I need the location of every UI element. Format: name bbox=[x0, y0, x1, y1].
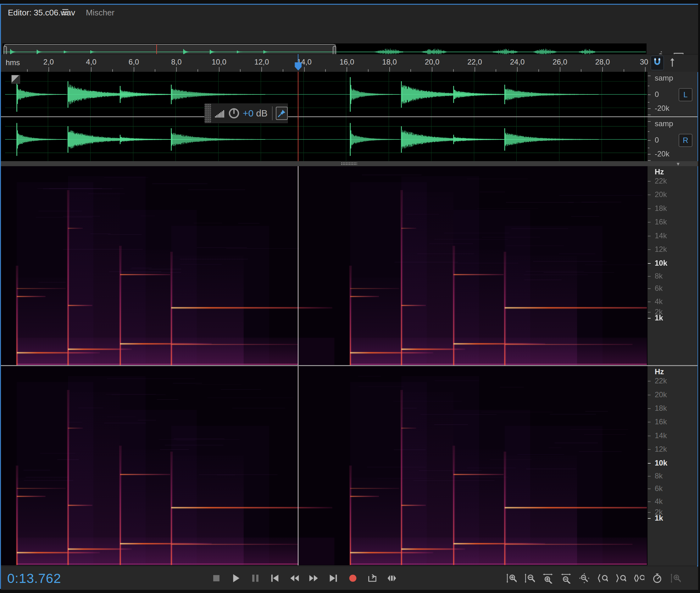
amplitude-tick bbox=[648, 115, 651, 115]
frequency-scale-right: Hz22k20k18k16k14k12k10k8k6k4k2k1k bbox=[648, 366, 698, 565]
ruler-minor-tick bbox=[368, 69, 368, 72]
zoom-in-vertical-button[interactable] bbox=[504, 571, 519, 586]
ruler-minor-tick bbox=[410, 69, 411, 72]
frequency-unit-label: Hz bbox=[655, 167, 664, 176]
skip-selection-button[interactable] bbox=[385, 571, 399, 586]
frequency-label: 18k bbox=[655, 404, 667, 412]
playhead-spectrogram-line-right bbox=[298, 366, 298, 565]
playhead-spectrogram-line-left bbox=[298, 166, 298, 365]
channel-badge-R[interactable]: R bbox=[679, 134, 693, 147]
frequency-tick bbox=[648, 488, 651, 489]
frequency-label: 8k bbox=[655, 472, 663, 480]
hud-separator bbox=[272, 106, 273, 120]
ruler-time-label: 20,0 bbox=[425, 57, 440, 67]
transport-controls bbox=[209, 571, 399, 586]
zoom-vertical-disabled-button bbox=[668, 571, 683, 586]
frequency-tick bbox=[648, 288, 651, 289]
ruler-major-tick bbox=[261, 67, 262, 72]
frequency-tick bbox=[648, 518, 651, 519]
samp-label: samp bbox=[655, 119, 673, 128]
marker-icon[interactable] bbox=[667, 57, 678, 68]
ruler-time-label: 8,0 bbox=[171, 57, 181, 67]
playhead-ruler-line bbox=[298, 54, 298, 62]
stop-button[interactable] bbox=[209, 571, 224, 586]
frequency-label: 16k bbox=[655, 418, 667, 426]
frequency-label: 12k bbox=[655, 245, 667, 254]
amplitude-tick bbox=[648, 160, 651, 161]
timeline-ruler[interactable]: hms 2,04,06,08,010,012,014,016,018,020,0… bbox=[1, 54, 698, 72]
frequency-label: 16k bbox=[655, 218, 667, 226]
ruler-minor-tick bbox=[283, 69, 283, 72]
ruler-minor-tick bbox=[27, 69, 28, 72]
ruler-minor-tick bbox=[581, 69, 581, 72]
time-display[interactable]: 0:13.762 bbox=[7, 571, 61, 586]
zoom-selection-button[interactable] bbox=[632, 571, 646, 586]
channel-divider[interactable] bbox=[1, 116, 698, 117]
ruler-time-label: 24,0 bbox=[510, 57, 525, 67]
selection-corner-widget[interactable] bbox=[11, 75, 20, 84]
ruler-major-tick bbox=[219, 67, 219, 72]
zoom-in-point-button[interactable] bbox=[595, 571, 610, 586]
panel-menu-icon[interactable]: ☰ bbox=[61, 7, 69, 17]
hud-drag-handle-icon[interactable] bbox=[205, 104, 211, 123]
spectrogram-left-channel[interactable] bbox=[5, 166, 647, 365]
wave-spectral-splitter[interactable]: ▼ bbox=[1, 161, 698, 166]
snap-magnet-button[interactable] bbox=[651, 56, 664, 70]
ruler-time-label: 16,0 bbox=[340, 57, 354, 67]
frequency-label: 14k bbox=[655, 231, 667, 240]
ruler-minor-tick bbox=[70, 69, 70, 72]
frequency-label: 14k bbox=[655, 431, 667, 440]
frequency-tick bbox=[648, 263, 651, 264]
loop-playback-button[interactable] bbox=[365, 571, 380, 586]
frequency-label: 4k bbox=[655, 297, 663, 306]
neg-scale-label: -20k bbox=[655, 150, 669, 158]
frequency-label: 4k bbox=[655, 497, 663, 506]
amplitude-tick bbox=[648, 86, 649, 86]
pause-button[interactable] bbox=[248, 571, 263, 586]
spectrogram-right-channel[interactable] bbox=[5, 366, 647, 565]
splitter-grip-icon[interactable] bbox=[341, 162, 357, 165]
frequency-label: 8k bbox=[655, 272, 663, 280]
playhead-waveform-line bbox=[298, 72, 298, 161]
samp-label: samp bbox=[655, 74, 673, 82]
ruler-minor-tick bbox=[112, 69, 113, 72]
collapse-arrow-icon[interactable]: ▼ bbox=[676, 161, 681, 166]
frequency-label: 20k bbox=[655, 190, 667, 199]
zero-label: 0 bbox=[655, 90, 659, 99]
frequency-tick bbox=[648, 436, 651, 436]
frequency-label: 20k bbox=[655, 390, 667, 399]
tab-mixer[interactable]: Mischer bbox=[86, 8, 115, 17]
gain-knob-icon[interactable] bbox=[228, 107, 240, 120]
record-button[interactable] bbox=[346, 571, 360, 586]
zoom-out-point-button[interactable] bbox=[614, 571, 628, 586]
ruler-time-label: 18,0 bbox=[382, 57, 397, 67]
pin-button[interactable] bbox=[276, 107, 288, 120]
channel-badge-L[interactable]: L bbox=[679, 88, 693, 101]
frequency-label: 1k bbox=[655, 514, 663, 522]
ruler-major-tick bbox=[304, 67, 305, 72]
play-button[interactable] bbox=[229, 571, 243, 586]
timer-button[interactable] bbox=[650, 571, 664, 586]
frequency-tick bbox=[648, 208, 651, 209]
amplitude-tick bbox=[648, 108, 651, 109]
ruler-time-label: 2,0 bbox=[43, 57, 54, 67]
amplitude-tick bbox=[648, 121, 651, 122]
ruler-major-tick bbox=[176, 67, 177, 72]
frequency-tick bbox=[648, 236, 651, 236]
ruler-unit-label: hms bbox=[6, 58, 20, 67]
skip-forward-button[interactable] bbox=[326, 571, 341, 586]
pin-icon bbox=[277, 109, 287, 118]
gain-value[interactable]: +0 bbox=[243, 108, 254, 119]
frequency-tick bbox=[648, 463, 651, 464]
volume-hud[interactable]: +0 dB bbox=[205, 103, 288, 123]
frequency-label: 12k bbox=[655, 445, 667, 453]
zoom-in-horizontal-button[interactable] bbox=[540, 571, 555, 586]
zoom-out-horizontal-button[interactable] bbox=[559, 571, 573, 586]
frequency-label: 18k bbox=[655, 204, 667, 213]
skip-back-button[interactable] bbox=[268, 571, 282, 586]
rewind-button[interactable] bbox=[287, 571, 302, 586]
zoom-reset-button[interactable] bbox=[577, 571, 592, 586]
fast-forward-button[interactable] bbox=[307, 571, 321, 586]
zoom-out-vertical-button[interactable] bbox=[522, 571, 537, 586]
ruler-time-label: 26,0 bbox=[553, 57, 567, 67]
